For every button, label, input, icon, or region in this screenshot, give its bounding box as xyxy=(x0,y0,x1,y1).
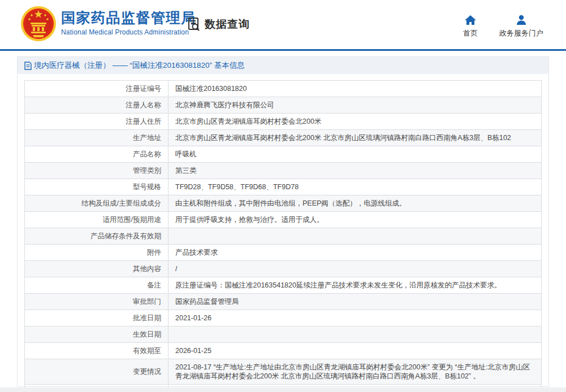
row-value: 2021-01-26 xyxy=(168,310,542,326)
table-row: 型号规格TF9D28、TF9D58、TF9D68、TF9D78 xyxy=(25,179,542,195)
row-value xyxy=(168,228,542,245)
table-row: 备注原注册证编号：国械注准20163541820延续注册产品技术要求未发生变化，… xyxy=(25,277,542,294)
table-row: 其他内容/ xyxy=(25,261,542,277)
top-nav: 首页 政务服务门户 xyxy=(463,15,543,38)
nav-item-portal[interactable]: 政务服务门户 xyxy=(499,15,543,38)
document-search-icon xyxy=(187,17,201,32)
row-value: 北京市房山区青龙湖镇庙耳岗村村委会北200米 xyxy=(168,114,542,130)
row-label: 注册证编号 xyxy=(25,81,168,97)
row-value: 呼吸机 xyxy=(168,146,542,163)
registration-info-table: 注册证编号国械注准20163081820注册人名称北京神鹿腾飞医疗科技有限公司注… xyxy=(24,80,542,392)
nav-portal-label: 政务服务门户 xyxy=(499,28,543,38)
table-row: 生效日期 xyxy=(25,326,542,343)
home-icon xyxy=(464,15,477,25)
brand-title-en: National Medical Products Administration xyxy=(61,28,196,36)
table-row: 附件产品技术要求 xyxy=(25,245,542,261)
row-label: 结构及组成/主要组成成分 xyxy=(25,195,168,212)
row-value: / xyxy=(168,261,542,277)
row-label: 审批部门 xyxy=(25,294,168,310)
row-label: 生效日期 xyxy=(25,326,168,343)
row-label: 变更情况 xyxy=(25,359,168,385)
row-value: 北京神鹿腾飞医疗科技有限公司 xyxy=(168,97,542,114)
row-value: 2021-08-17 “生产地址:生产地址由北京市房山区青龙湖镇庙耳岗村村委会北… xyxy=(168,359,542,385)
row-label: 型号规格 xyxy=(25,179,168,195)
row-label: 其他内容 xyxy=(25,261,168,277)
data-query-label: 数据查询 xyxy=(205,17,250,32)
row-value: 2026-01-25 xyxy=(168,343,542,359)
row-value: 国械注准20163081820 xyxy=(168,81,542,97)
table-row: 产品储存条件及有效期 xyxy=(25,228,542,245)
info-table-body: 注册证编号国械注准20163081820注册人名称北京神鹿腾飞医疗科技有限公司注… xyxy=(25,81,542,392)
page-title: 境内医疗器械（注册） —— “国械注准20163081820” 基本信息 xyxy=(34,60,245,71)
table-row: 有效期至2026-01-25 xyxy=(25,343,542,359)
row-label: 批准日期 xyxy=(25,310,168,326)
row-value: 第三类 xyxy=(168,163,542,179)
table-row: 审批部门国家药品监督管理局 xyxy=(25,294,542,310)
brand-titles[interactable]: 国家药品监督管理局 National Medical Products Admi… xyxy=(61,10,196,36)
row-value: 用于提供呼吸支持，抢救与治疗。适用于成人。 xyxy=(168,212,542,228)
row-label: 适用范围/预期用途 xyxy=(25,212,168,228)
row-value xyxy=(168,326,542,343)
page-title-bar: 境内医疗器械（注册） —— “国械注准20163081820” 基本信息 xyxy=(18,57,548,74)
row-value: TF9D28、TF9D58、TF9D68、TF9D78 xyxy=(168,179,542,195)
row-label: 有效期至 xyxy=(25,343,168,359)
brand-title-cn: 国家药品监督管理局 xyxy=(61,10,196,25)
document-icon xyxy=(24,62,32,70)
row-value: 产品技术要求 xyxy=(168,245,542,261)
footer-strip xyxy=(0,387,566,392)
row-label: 生产地址 xyxy=(25,130,168,146)
table-row: 注册证编号国械注准20163081820 xyxy=(25,81,542,97)
row-value: 原注册证编号：国械注准20163541820延续注册产品技术要求未发生变化，沿用… xyxy=(168,277,542,294)
row-label: 管理类别 xyxy=(25,163,168,179)
table-row: 管理类别第三类 xyxy=(25,163,542,179)
row-value: 北京市房山区青龙湖镇庙耳岗村村委会北200米 北京市房山区琉璃河镇路村南白路口西… xyxy=(168,130,542,146)
table-row: 产品名称呼吸机 xyxy=(25,146,542,163)
nmpa-logo[interactable] xyxy=(20,6,57,42)
row-label: 产品储存条件及有效期 xyxy=(25,228,168,245)
user-icon xyxy=(516,15,527,25)
site-header: 国家药品监督管理局 National Medical Products Admi… xyxy=(0,0,566,51)
national-emblem-icon xyxy=(20,6,57,42)
table-row: 生产地址北京市房山区青龙湖镇庙耳岗村村委会北200米 北京市房山区琉璃河镇路村南… xyxy=(25,130,542,146)
row-value: 由主机和附件组成，其中附件由电池组，PEEP阀（选配），电源线组成。 xyxy=(168,195,542,212)
table-row: 注册人住所北京市房山区青龙湖镇庙耳岗村村委会北200米 xyxy=(25,114,542,130)
row-value: 国家药品监督管理局 xyxy=(168,294,542,310)
row-label: 注册人名称 xyxy=(25,97,168,114)
row-label: 注册人住所 xyxy=(25,114,168,130)
nav-item-home[interactable]: 首页 xyxy=(463,15,478,38)
table-row: 变更情况2021-08-17 “生产地址:生产地址由北京市房山区青龙湖镇庙耳岗村… xyxy=(25,359,542,385)
content-panel: 境内医疗器械（注册） —— “国械注准20163081820” 基本信息 注册证… xyxy=(17,56,549,387)
table-row: 批准日期2021-01-26 xyxy=(25,310,542,326)
nav-home-label: 首页 xyxy=(463,28,478,38)
row-label: 附件 xyxy=(25,245,168,261)
table-row: 结构及组成/主要组成成分由主机和附件组成，其中附件由电池组，PEEP阀（选配），… xyxy=(25,195,542,212)
table-row: 注册人名称北京神鹿腾飞医疗科技有限公司 xyxy=(25,97,542,114)
row-label: 产品名称 xyxy=(25,146,168,163)
row-label: 备注 xyxy=(25,277,168,294)
table-row: 适用范围/预期用途用于提供呼吸支持，抢救与治疗。适用于成人。 xyxy=(25,212,542,228)
data-query-nav[interactable]: 数据查询 xyxy=(187,17,250,32)
